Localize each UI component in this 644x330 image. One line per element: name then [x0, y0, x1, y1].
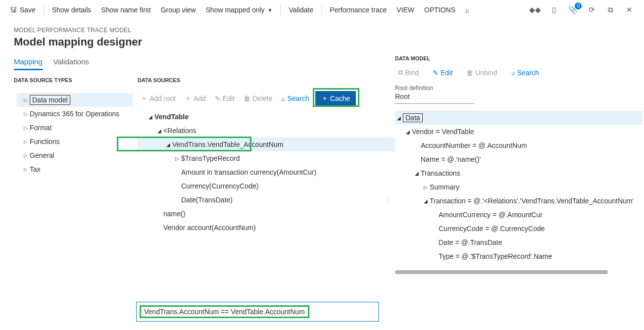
dst-item-general[interactable]: ▷ General [17, 148, 133, 162]
dm-node-label: Data [403, 113, 423, 122]
ds-node-vendtable[interactable]: ◢ VendTable [138, 110, 395, 124]
dm-node-accountnumber[interactable]: AccountNumber = @.AccountNum [395, 139, 643, 152]
pencil-icon: ✎ [215, 94, 221, 102]
ds-node-label: Vendor account(AccountNum) [163, 224, 256, 232]
ds-node-vendor-account[interactable]: Vendor account(AccountNum) [138, 221, 395, 235]
page-title: Model mapping designer [14, 36, 634, 48]
dm-node-label: Name = @.'name()' [421, 155, 481, 163]
toolbar-right: ◆◆ ▯ 📎 0 ⟳ ⧉ ✕ [529, 4, 639, 16]
root-definition-value[interactable]: Root [395, 93, 474, 104]
save-button[interactable]: 🖫 Save [6, 3, 40, 17]
show-mapped-only-button[interactable]: Show mapped only ▼ [202, 3, 277, 17]
add-label: Add [194, 94, 206, 102]
delete-button[interactable]: 🗑 Delete [241, 93, 275, 104]
ds-node-name[interactable]: name() [138, 207, 395, 221]
dm-search-label: Search [517, 69, 539, 77]
dst-item-d365fo[interactable]: ▷ Dynamics 365 for Operations [17, 107, 133, 121]
dst-item-functions[interactable]: ▷ Functions [17, 135, 133, 148]
horizontal-scrollbar[interactable] [395, 270, 608, 274]
trash-icon: 🗑 [244, 94, 250, 102]
edit-button[interactable]: ✎ Edit [212, 93, 238, 104]
dst-item-data-model[interactable]: ▷ Data model [17, 93, 133, 107]
link-icon: ⧉ [398, 68, 403, 77]
dm-node-transactions[interactable]: ◢ Transactions [395, 166, 643, 180]
data-sources-heading: DATA SOURCES [138, 77, 395, 83]
dm-node-vendor[interactable]: ◢ Vendor = VendTable [395, 125, 643, 139]
dm-node-label: Type = @.'$TransTypeRecord'.Name [439, 252, 552, 260]
chevron-right-icon: ▷ [422, 185, 430, 190]
chevron-right-icon: ▷ [22, 111, 30, 117]
ds-node-currency[interactable]: Currency(CurrencyCode) [138, 179, 395, 193]
chevron-down-icon: ◢ [155, 128, 163, 134]
ds-node-transtype[interactable]: ▷ $TransTypeRecord [138, 151, 395, 165]
data-model-panel: DATA MODEL ⧉ Bind ✎ Edit 🗑 Unbind ⌕ Sear… [395, 55, 643, 274]
show-details-button[interactable]: Show details [48, 3, 95, 17]
dm-search-button[interactable]: ⌕ Search [508, 67, 542, 79]
dm-node-data[interactable]: ◢ Data [395, 111, 643, 125]
toolbar-search-button[interactable]: ⌕ [461, 3, 473, 17]
cache-button[interactable]: ＋ Cache [315, 91, 356, 106]
add-root-button[interactable]: ＋ Add root [138, 92, 179, 105]
main-layout: DATA SOURCE TYPES ▷ Data model ▷ Dynamic… [14, 77, 634, 296]
chevron-down-icon: ◢ [422, 198, 430, 204]
attachments-button[interactable]: 📎 0 [567, 4, 579, 16]
unbind-button[interactable]: 🗑 Unbind [463, 67, 500, 79]
ds-node-label: <Relations [163, 127, 197, 135]
refresh-button[interactable]: ⟳ [586, 4, 597, 16]
page-header: MODEL PERFORMANCE TRACE MODEL Model mapp… [0, 20, 644, 301]
options-menu[interactable]: OPTIONS [420, 3, 459, 17]
chevron-right-icon: ▷ [22, 153, 30, 158]
tab-validations[interactable]: Validations [53, 57, 89, 70]
bind-button[interactable]: ⧉ Bind [395, 66, 422, 79]
dm-node-name[interactable]: Name = @.'name()' [395, 152, 643, 166]
dm-node-amountcurrency[interactable]: AmountCurrency = @.AmountCur [395, 208, 643, 222]
data-source-types-tree: ▷ Data model ▷ Dynamics 365 for Operatio… [14, 93, 133, 176]
group-view-button[interactable]: Group view [157, 3, 200, 17]
dm-node-label: Transaction = @.'<Relations'.'VendTrans.… [430, 197, 634, 205]
trash-icon: 🗑 [466, 69, 473, 77]
dst-label: Data model [30, 95, 70, 105]
dm-node-date[interactable]: Date = @.TransDate [395, 236, 643, 249]
office-icon[interactable]: ▯ [548, 4, 560, 16]
popout-button[interactable]: ⧉ [604, 4, 616, 16]
add-button[interactable]: ＋ Add [182, 92, 209, 105]
data-sources-panel: DATA SOURCES ＋ Add root ＋ Add ✎ Edit 🗑 D… [138, 77, 395, 296]
search-icon: ⌕ [465, 6, 469, 14]
ds-node-label: Currency(CurrencyCode) [181, 182, 258, 190]
ds-node-label: VendTable [154, 113, 189, 121]
dm-node-summary[interactable]: ▷ Summary [395, 180, 643, 194]
plus-icon: ＋ [321, 94, 328, 103]
show-name-first-button[interactable]: Show name first [97, 3, 154, 17]
ds-node-date[interactable]: Date(TransDate) [138, 193, 395, 207]
dst-item-format[interactable]: ▷ Format [17, 121, 133, 135]
ds-node-vendtrans-accountnum[interactable]: ◢ VendTrans.VendTable_AccountNum [138, 138, 395, 151]
ds-node-label: VendTrans.VendTable_AccountNum [172, 141, 283, 148]
performance-trace-button[interactable]: Performance trace [326, 3, 391, 17]
save-icon: 🖫 [10, 6, 17, 14]
dm-node-transaction[interactable]: ◢ Transaction = @.'<Relations'.'VendTran… [395, 194, 643, 208]
ds-node-label: $TransTypeRecord [181, 154, 240, 162]
dst-label: General [30, 151, 54, 159]
close-button[interactable]: ✕ [623, 4, 635, 16]
chevron-down-icon: ◢ [404, 129, 412, 135]
splitter-handle[interactable]: ··· [388, 197, 389, 203]
dm-node-currencycode[interactable]: CurrencyCode = @.CurrencyCode [395, 222, 643, 236]
dm-node-type[interactable]: Type = @.'$TransTypeRecord'.Name [395, 249, 643, 263]
connect-icon[interactable]: ◆◆ [529, 4, 541, 16]
root-definition-label: Root definition [395, 85, 643, 92]
chevron-right-icon: ▷ [22, 97, 30, 103]
ds-node-relations[interactable]: ◢ <Relations [138, 124, 395, 138]
bind-label: Bind [405, 69, 419, 77]
ds-search-button[interactable]: ⌕ Search [278, 93, 312, 104]
ds-node-amount[interactable]: Amount in transaction currency(AmountCur… [138, 165, 395, 179]
dm-edit-button[interactable]: ✎ Edit [430, 67, 455, 79]
dst-label: Dynamics 365 for Operations [30, 110, 119, 118]
dm-node-label: Vendor = VendTable [412, 128, 474, 136]
validate-button[interactable]: Validate [285, 3, 317, 17]
expression-bar[interactable]: VendTrans.AccountNum == VendTable.Accoun… [136, 302, 379, 322]
show-mapped-only-label: Show mapped only [206, 6, 265, 14]
tab-mapping[interactable]: Mapping [14, 57, 43, 70]
view-menu[interactable]: VIEW [393, 3, 418, 17]
save-label: Save [20, 6, 36, 14]
dst-item-tax[interactable]: ▷ Tax [17, 162, 133, 176]
